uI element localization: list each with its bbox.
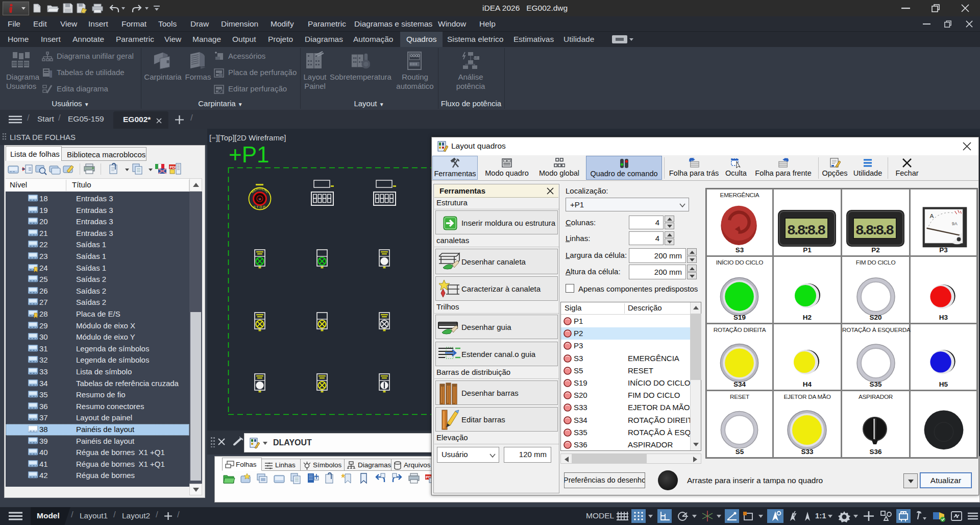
svg-text:9A: 9A: [952, 221, 958, 226]
svg-text:+P1: +P1: [229, 142, 270, 167]
svg-text:A: A: [929, 212, 934, 220]
svg-text:M: M: [259, 198, 261, 201]
svg-text:8.8:8.8: 8.8:8.8: [855, 223, 894, 238]
svg-text:STOP: STOP: [253, 205, 266, 209]
svg-text:8.8:8.8: 8.8:8.8: [787, 223, 826, 238]
